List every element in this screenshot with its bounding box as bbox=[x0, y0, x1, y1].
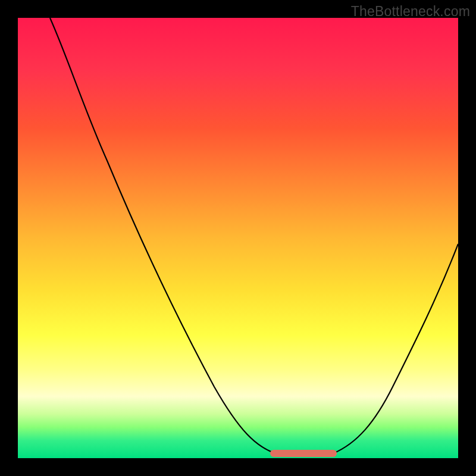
valley-highlight-segment bbox=[270, 450, 337, 457]
plot-gradient-area bbox=[18, 18, 458, 458]
curve-svg bbox=[18, 18, 458, 458]
curve-right-arm bbox=[333, 244, 458, 453]
watermark-text: TheBottleneck.com bbox=[351, 4, 470, 20]
curve-left-arm bbox=[50, 18, 280, 455]
chart-frame: TheBottleneck.com bbox=[0, 0, 476, 476]
